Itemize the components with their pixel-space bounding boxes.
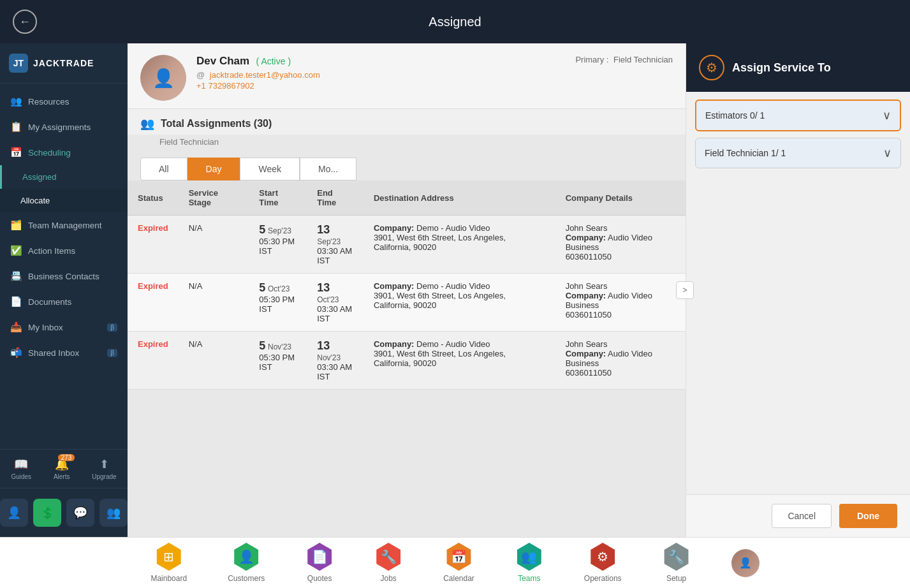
right-panel: > ⚙ Assign Service To Estimators 0/ 1 ∨ … <box>686 43 910 537</box>
start-time-value: 05:30 PM <box>259 237 295 246</box>
bottom-nav-operations[interactable]: ⚙ Operations <box>564 543 642 583</box>
calendar-icon: 📅 <box>451 549 467 564</box>
user-avatar-bottom[interactable]: 👤 <box>731 549 760 577</box>
end-day: 13 <box>317 339 330 352</box>
alerts-button[interactable]: 🔔 273 Alerts <box>54 457 70 480</box>
upgrade-button[interactable]: ⬆ Upgrade <box>92 457 116 480</box>
dest-company-label: Company: <box>374 339 415 349</box>
profile-status: ( Active ) <box>256 56 291 66</box>
dropdown-estimators-label: Estimators 0/ 1 <box>705 110 765 121</box>
end-time-value: 03:30 AM <box>317 304 352 314</box>
documents-icon: 📄 <box>10 296 22 307</box>
logo-icon: JT <box>9 54 28 73</box>
contact-name: John Sears <box>566 281 608 291</box>
tab-all[interactable]: All <box>140 158 187 180</box>
panel-toggle-button[interactable]: > <box>676 281 694 299</box>
end-day: 13 <box>317 281 330 294</box>
customers-hex-icon: 👤 <box>232 543 260 571</box>
calendar-hex-icon: 📅 <box>445 543 473 571</box>
operations-hex-icon: ⚙ <box>589 543 617 571</box>
end-tz: IST <box>317 372 330 381</box>
start-date: Oct'23 <box>268 284 290 293</box>
bottom-nav-teams[interactable]: 👥 Teams <box>495 543 564 583</box>
cancel-button[interactable]: Cancel <box>772 504 832 528</box>
table-row[interactable]: Expired N/A 5 Sep'23 05:30 PM IST 13 Sep… <box>128 216 686 274</box>
sidebar-item-my-inbox[interactable]: 📥 My Inbox β <box>0 314 128 340</box>
col-service-stage: Service Stage <box>179 180 249 216</box>
mainboard-hex-icon: ⊞ <box>155 543 183 571</box>
sidebar-item-scheduling[interactable]: 📅 Scheduling <box>0 140 128 165</box>
tab-month[interactable]: Mo... <box>300 158 356 180</box>
done-button[interactable]: Done <box>839 504 897 528</box>
company-phone: 6036011050 <box>566 310 612 320</box>
sidebar-item-action-items[interactable]: ✅ Action Items <box>0 238 128 263</box>
cell-company-details: John Sears Company: Audio Video Business… <box>555 332 686 390</box>
team-management-icon: 🗂️ <box>10 219 22 231</box>
cell-service-stage: N/A <box>179 332 249 390</box>
sidebar-item-documents[interactable]: 📄 Documents <box>0 289 128 314</box>
sidebar-label-my-inbox: My Inbox <box>28 323 63 332</box>
assignments-header-icon: 👥 <box>140 117 154 131</box>
col-company-details: Company Details <box>555 180 686 216</box>
cell-company-details: John Sears Company: Audio Video Business… <box>555 216 686 274</box>
guides-icon: 📖 <box>14 457 28 471</box>
end-day: 13 <box>317 223 330 236</box>
start-tz: IST <box>259 246 272 256</box>
customers-icon: 👤 <box>239 549 254 564</box>
user-icon-bottom[interactable]: 👤 <box>0 499 28 527</box>
bottom-nav-jobs[interactable]: 🔧 Jobs <box>354 543 423 583</box>
assignments-subtitle: Field Technician <box>159 137 219 147</box>
bottom-nav-mainboard[interactable]: ⊞ Mainboard <box>130 543 207 583</box>
tab-week[interactable]: Week <box>240 158 300 180</box>
col-start-time: Start Time <box>249 180 307 216</box>
tab-day[interactable]: Day <box>187 158 240 180</box>
setup-label: Setup <box>666 574 686 583</box>
main-layout: JT JACKTRADE 👥 Resources 📋 My Assignment… <box>0 43 910 537</box>
sidebar-item-resources[interactable]: 👥 Resources <box>0 89 128 114</box>
profile-email: @ jacktrade.tester1@yahoo.com <box>196 70 565 80</box>
avatar: 👤 <box>140 55 186 101</box>
sidebar-label-action-items: Action Items <box>28 246 75 256</box>
teams-hex-icon: 👥 <box>515 543 543 571</box>
my-assignments-icon: 📋 <box>10 121 22 133</box>
sidebar-item-business-contacts[interactable]: 📇 Business Contacts <box>0 263 128 289</box>
back-button[interactable]: ← <box>13 10 37 34</box>
sidebar-item-my-assignments[interactable]: 📋 My Assignments <box>0 114 128 140</box>
sidebar-label-assigned: Assigned <box>22 172 56 182</box>
quotes-label: Quotes <box>307 574 332 583</box>
company-phone: 6036011050 <box>566 368 612 378</box>
bottom-nav-quotes[interactable]: 📄 Quotes <box>285 543 354 583</box>
table-row[interactable]: Expired N/A 5 Nov'23 05:30 PM IST 13 Nov… <box>128 332 686 390</box>
dropdown-estimators[interactable]: Estimators 0/ 1 ∨ <box>695 99 901 131</box>
table-row[interactable]: Expired N/A 5 Oct'23 05:30 PM IST 13 Oct… <box>128 274 686 332</box>
dropdown-field-technician[interactable]: Field Technician 1/ 1 ∨ <box>695 138 901 168</box>
team-icon-bottom[interactable]: 👥 <box>99 499 128 527</box>
sidebar-item-shared-inbox[interactable]: 📬 Shared Inbox β <box>0 340 128 365</box>
status-value: Expired <box>138 281 168 291</box>
company-label: Company: <box>566 349 606 358</box>
sidebar-logo: JT JACKTRADE <box>0 43 128 84</box>
profile-phone: +1 7329867902 <box>196 81 565 91</box>
end-date: Oct'23 <box>317 295 339 304</box>
avatar-image: 👤 <box>140 55 186 101</box>
alerts-badge: 273 <box>58 454 75 461</box>
sidebar-label-documents: Documents <box>28 297 71 307</box>
bottom-nav-customers[interactable]: 👤 Customers <box>207 543 285 583</box>
sidebar-item-assigned[interactable]: Assigned <box>0 165 128 189</box>
company-label: Company: <box>566 291 606 300</box>
sidebar-label-team-management: Team Management <box>28 221 102 230</box>
bottom-nav-setup[interactable]: 🔧 Setup <box>642 543 711 583</box>
mainboard-label: Mainboard <box>150 574 187 583</box>
profile-primary-role: Primary : Field Technician <box>575 55 673 64</box>
cell-status: Expired <box>128 216 179 274</box>
shared-inbox-beta: β <box>107 349 117 357</box>
guides-button[interactable]: 📖 Guides <box>11 457 31 480</box>
sidebar-item-allocate[interactable]: Allocate <box>0 189 128 212</box>
bottom-nav-calendar[interactable]: 📅 Calendar <box>423 543 495 583</box>
end-date: Nov'23 <box>317 353 341 362</box>
chat-icon-bottom[interactable]: 💬 <box>66 499 94 527</box>
sidebar-nav: 👥 Resources 📋 My Assignments 📅 Schedulin… <box>0 84 128 449</box>
dollar-icon-bottom[interactable]: 💲 <box>33 499 61 527</box>
calendar-label: Calendar <box>443 574 474 583</box>
sidebar-item-team-management[interactable]: 🗂️ Team Management <box>0 212 128 238</box>
